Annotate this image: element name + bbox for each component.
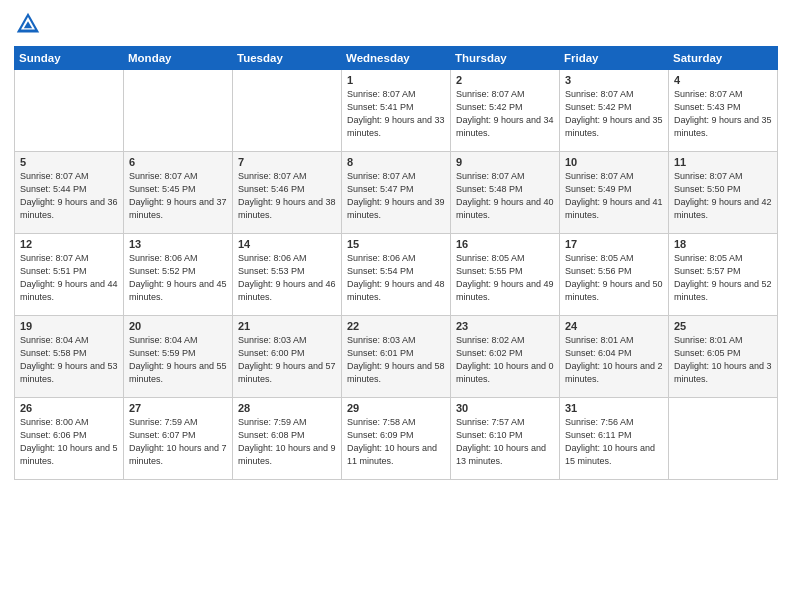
day-number: 13 [129, 238, 227, 250]
day-number: 6 [129, 156, 227, 168]
weekday-header-tuesday: Tuesday [233, 47, 342, 70]
day-number: 26 [20, 402, 118, 414]
day-info: Sunrise: 7:58 AM Sunset: 6:09 PM Dayligh… [347, 416, 445, 468]
day-info: Sunrise: 8:07 AM Sunset: 5:49 PM Dayligh… [565, 170, 663, 222]
week-row-5: 26Sunrise: 8:00 AM Sunset: 6:06 PM Dayli… [15, 398, 778, 480]
day-info: Sunrise: 8:00 AM Sunset: 6:06 PM Dayligh… [20, 416, 118, 468]
day-info: Sunrise: 8:04 AM Sunset: 5:59 PM Dayligh… [129, 334, 227, 386]
calendar-table: SundayMondayTuesdayWednesdayThursdayFrid… [14, 46, 778, 480]
day-info: Sunrise: 8:04 AM Sunset: 5:58 PM Dayligh… [20, 334, 118, 386]
day-cell: 4Sunrise: 8:07 AM Sunset: 5:43 PM Daylig… [669, 70, 778, 152]
day-number: 20 [129, 320, 227, 332]
day-info: Sunrise: 7:59 AM Sunset: 6:07 PM Dayligh… [129, 416, 227, 468]
weekday-header-thursday: Thursday [451, 47, 560, 70]
day-info: Sunrise: 8:07 AM Sunset: 5:50 PM Dayligh… [674, 170, 772, 222]
day-cell: 15Sunrise: 8:06 AM Sunset: 5:54 PM Dayli… [342, 234, 451, 316]
day-number: 19 [20, 320, 118, 332]
day-info: Sunrise: 8:07 AM Sunset: 5:46 PM Dayligh… [238, 170, 336, 222]
day-cell: 3Sunrise: 8:07 AM Sunset: 5:42 PM Daylig… [560, 70, 669, 152]
day-number: 29 [347, 402, 445, 414]
day-info: Sunrise: 8:07 AM Sunset: 5:42 PM Dayligh… [565, 88, 663, 140]
day-number: 5 [20, 156, 118, 168]
day-number: 22 [347, 320, 445, 332]
day-cell: 29Sunrise: 7:58 AM Sunset: 6:09 PM Dayli… [342, 398, 451, 480]
day-number: 12 [20, 238, 118, 250]
day-info: Sunrise: 8:07 AM Sunset: 5:51 PM Dayligh… [20, 252, 118, 304]
day-info: Sunrise: 8:05 AM Sunset: 5:56 PM Dayligh… [565, 252, 663, 304]
day-info: Sunrise: 8:07 AM Sunset: 5:44 PM Dayligh… [20, 170, 118, 222]
day-cell: 8Sunrise: 8:07 AM Sunset: 5:47 PM Daylig… [342, 152, 451, 234]
day-cell: 9Sunrise: 8:07 AM Sunset: 5:48 PM Daylig… [451, 152, 560, 234]
day-cell: 7Sunrise: 8:07 AM Sunset: 5:46 PM Daylig… [233, 152, 342, 234]
day-number: 8 [347, 156, 445, 168]
day-cell: 1Sunrise: 8:07 AM Sunset: 5:41 PM Daylig… [342, 70, 451, 152]
day-number: 7 [238, 156, 336, 168]
day-info: Sunrise: 7:57 AM Sunset: 6:10 PM Dayligh… [456, 416, 554, 468]
day-info: Sunrise: 8:01 AM Sunset: 6:05 PM Dayligh… [674, 334, 772, 386]
weekday-header-saturday: Saturday [669, 47, 778, 70]
day-cell: 26Sunrise: 8:00 AM Sunset: 6:06 PM Dayli… [15, 398, 124, 480]
day-cell: 11Sunrise: 8:07 AM Sunset: 5:50 PM Dayli… [669, 152, 778, 234]
day-info: Sunrise: 8:05 AM Sunset: 5:55 PM Dayligh… [456, 252, 554, 304]
day-cell [233, 70, 342, 152]
weekday-header-wednesday: Wednesday [342, 47, 451, 70]
day-cell: 13Sunrise: 8:06 AM Sunset: 5:52 PM Dayli… [124, 234, 233, 316]
day-info: Sunrise: 7:59 AM Sunset: 6:08 PM Dayligh… [238, 416, 336, 468]
day-cell: 31Sunrise: 7:56 AM Sunset: 6:11 PM Dayli… [560, 398, 669, 480]
day-cell: 24Sunrise: 8:01 AM Sunset: 6:04 PM Dayli… [560, 316, 669, 398]
day-cell: 21Sunrise: 8:03 AM Sunset: 6:00 PM Dayli… [233, 316, 342, 398]
day-info: Sunrise: 8:07 AM Sunset: 5:42 PM Dayligh… [456, 88, 554, 140]
day-number: 11 [674, 156, 772, 168]
day-number: 28 [238, 402, 336, 414]
day-number: 16 [456, 238, 554, 250]
day-number: 18 [674, 238, 772, 250]
day-number: 14 [238, 238, 336, 250]
day-cell: 16Sunrise: 8:05 AM Sunset: 5:55 PM Dayli… [451, 234, 560, 316]
day-cell: 18Sunrise: 8:05 AM Sunset: 5:57 PM Dayli… [669, 234, 778, 316]
day-number: 10 [565, 156, 663, 168]
week-row-1: 1Sunrise: 8:07 AM Sunset: 5:41 PM Daylig… [15, 70, 778, 152]
day-info: Sunrise: 8:03 AM Sunset: 6:01 PM Dayligh… [347, 334, 445, 386]
day-cell: 30Sunrise: 7:57 AM Sunset: 6:10 PM Dayli… [451, 398, 560, 480]
day-number: 15 [347, 238, 445, 250]
day-info: Sunrise: 8:07 AM Sunset: 5:48 PM Dayligh… [456, 170, 554, 222]
day-cell: 6Sunrise: 8:07 AM Sunset: 5:45 PM Daylig… [124, 152, 233, 234]
day-number: 23 [456, 320, 554, 332]
calendar-container: SundayMondayTuesdayWednesdayThursdayFrid… [0, 0, 792, 612]
day-cell: 2Sunrise: 8:07 AM Sunset: 5:42 PM Daylig… [451, 70, 560, 152]
weekday-header-row: SundayMondayTuesdayWednesdayThursdayFrid… [15, 47, 778, 70]
day-info: Sunrise: 8:07 AM Sunset: 5:45 PM Dayligh… [129, 170, 227, 222]
day-number: 3 [565, 74, 663, 86]
day-info: Sunrise: 8:01 AM Sunset: 6:04 PM Dayligh… [565, 334, 663, 386]
day-number: 25 [674, 320, 772, 332]
day-cell: 27Sunrise: 7:59 AM Sunset: 6:07 PM Dayli… [124, 398, 233, 480]
day-cell: 23Sunrise: 8:02 AM Sunset: 6:02 PM Dayli… [451, 316, 560, 398]
day-number: 4 [674, 74, 772, 86]
header [14, 10, 778, 38]
day-cell: 25Sunrise: 8:01 AM Sunset: 6:05 PM Dayli… [669, 316, 778, 398]
logo [14, 10, 46, 38]
day-number: 31 [565, 402, 663, 414]
day-info: Sunrise: 8:06 AM Sunset: 5:53 PM Dayligh… [238, 252, 336, 304]
day-cell: 14Sunrise: 8:06 AM Sunset: 5:53 PM Dayli… [233, 234, 342, 316]
day-cell: 5Sunrise: 8:07 AM Sunset: 5:44 PM Daylig… [15, 152, 124, 234]
day-cell: 19Sunrise: 8:04 AM Sunset: 5:58 PM Dayli… [15, 316, 124, 398]
week-row-4: 19Sunrise: 8:04 AM Sunset: 5:58 PM Dayli… [15, 316, 778, 398]
weekday-header-sunday: Sunday [15, 47, 124, 70]
day-number: 27 [129, 402, 227, 414]
day-cell: 28Sunrise: 7:59 AM Sunset: 6:08 PM Dayli… [233, 398, 342, 480]
day-cell: 22Sunrise: 8:03 AM Sunset: 6:01 PM Dayli… [342, 316, 451, 398]
day-cell: 20Sunrise: 8:04 AM Sunset: 5:59 PM Dayli… [124, 316, 233, 398]
day-number: 2 [456, 74, 554, 86]
day-info: Sunrise: 8:07 AM Sunset: 5:47 PM Dayligh… [347, 170, 445, 222]
day-number: 1 [347, 74, 445, 86]
day-cell: 10Sunrise: 8:07 AM Sunset: 5:49 PM Dayli… [560, 152, 669, 234]
day-info: Sunrise: 8:07 AM Sunset: 5:41 PM Dayligh… [347, 88, 445, 140]
day-info: Sunrise: 8:02 AM Sunset: 6:02 PM Dayligh… [456, 334, 554, 386]
day-number: 24 [565, 320, 663, 332]
week-row-3: 12Sunrise: 8:07 AM Sunset: 5:51 PM Dayli… [15, 234, 778, 316]
day-number: 21 [238, 320, 336, 332]
logo-icon [14, 10, 42, 38]
day-cell [124, 70, 233, 152]
day-info: Sunrise: 7:56 AM Sunset: 6:11 PM Dayligh… [565, 416, 663, 468]
